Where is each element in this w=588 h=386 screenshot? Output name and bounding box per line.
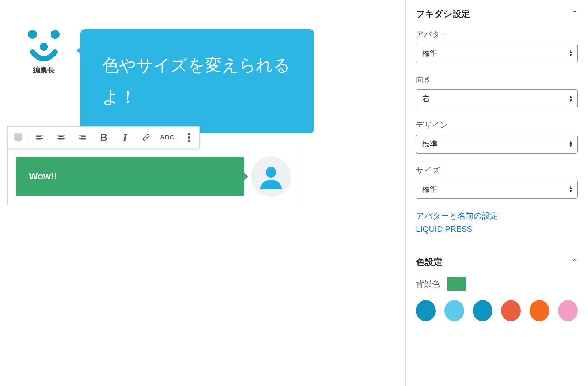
select-arrows-icon: ▲▼ — [569, 141, 573, 147]
color-swatch[interactable] — [530, 300, 549, 321]
avatar-placeholder-icon — [251, 156, 291, 197]
panel-toggle-color-settings[interactable]: 色設定 ⌃ — [406, 248, 588, 277]
svg-point-2 — [40, 43, 48, 51]
strikethrough-button[interactable]: ABC — [157, 127, 178, 148]
speech-bubble-green[interactable]: Wow!! — [16, 157, 244, 196]
align-center-button[interactable] — [50, 127, 72, 148]
settings-sidebar: フキダシ設定 ⌃ アバター 標準 ▲▼ 向き 右 ▲▼ デザイン 標準 ▲▼ — [405, 0, 588, 386]
chevron-up-icon: ⌃ — [571, 9, 578, 19]
align-right-button[interactable] — [72, 127, 93, 148]
field-label: アバター — [416, 29, 578, 39]
select-arrows-icon: ▲▼ — [569, 95, 573, 102]
field-avatar: アバター 標準 ▲▼ — [416, 29, 578, 63]
avatar-select[interactable]: 標準 ▲▼ — [416, 44, 578, 63]
panel-title: フキダシ設定 — [416, 8, 470, 20]
select-arrows-icon: ▲▼ — [569, 186, 573, 193]
more-options-button[interactable] — [178, 127, 199, 148]
field-label: サイズ — [416, 165, 578, 175]
svg-point-3 — [266, 167, 276, 178]
background-color-row: 背景色 — [416, 277, 578, 291]
design-select[interactable]: 標準 ▲▼ — [416, 135, 578, 154]
color-swatch[interactable] — [501, 300, 521, 321]
size-select[interactable]: 標準 ▲▼ — [416, 180, 578, 199]
bg-color-label: 背景色 — [416, 279, 440, 290]
editor-canvas: 編集長 色やサイズを変えられるよ！ B I A — [0, 0, 405, 386]
field-design: デザイン 標準 ▲▼ — [416, 120, 578, 154]
bear-avatar-icon — [24, 29, 64, 62]
current-bg-color-swatch — [447, 277, 466, 291]
svg-point-0 — [28, 30, 37, 39]
speech-block-right: Wow!! — [16, 156, 291, 197]
panel-body-bubble-settings: アバター 標準 ▲▼ 向き 右 ▲▼ デザイン 標準 ▲▼ サイズ 標準 — [406, 29, 588, 248]
avatar-name-settings-link[interactable]: アバターと名前の設定 — [416, 211, 578, 222]
align-left-button[interactable] — [29, 127, 50, 148]
field-label: 向き — [416, 75, 578, 85]
speech-bubble-blue[interactable]: 色やサイズを変えられるよ！ — [80, 29, 314, 133]
italic-button[interactable]: I — [114, 127, 135, 148]
color-swatch[interactable] — [416, 300, 436, 321]
panel-title: 色設定 — [416, 256, 442, 268]
link-button[interactable] — [135, 127, 157, 148]
color-swatch[interactable] — [473, 300, 493, 321]
direction-select[interactable]: 右 ▲▼ — [416, 89, 578, 108]
liquid-press-link[interactable]: LIQUID PRESS — [416, 224, 578, 234]
field-direction: 向き 右 ▲▼ — [416, 75, 578, 108]
selected-block[interactable]: Wow!! — [7, 148, 299, 205]
color-swatch[interactable] — [444, 300, 464, 321]
block-toolbar: B I ABC — [7, 126, 200, 148]
svg-point-1 — [51, 30, 60, 39]
color-swatch-row — [416, 300, 578, 321]
bold-button[interactable]: B — [93, 127, 114, 148]
select-arrows-icon: ▲▼ — [569, 50, 573, 57]
panel-links: アバターと名前の設定 LIQUID PRESS — [416, 211, 578, 234]
field-size: サイズ 標準 ▲▼ — [416, 165, 578, 199]
color-swatch[interactable] — [558, 300, 578, 321]
block-type-icon-button[interactable] — [8, 127, 29, 148]
speech-block-left: 編集長 色やサイズを変えられるよ！ — [22, 29, 398, 133]
field-label: デザイン — [416, 120, 578, 130]
chevron-up-icon: ⌃ — [571, 257, 578, 267]
avatar-column: 編集長 — [22, 29, 66, 75]
panel-body-color-settings: 背景色 — [406, 277, 588, 332]
avatar-name: 編集長 — [33, 65, 55, 75]
panel-toggle-bubble-settings[interactable]: フキダシ設定 ⌃ — [406, 0, 588, 29]
